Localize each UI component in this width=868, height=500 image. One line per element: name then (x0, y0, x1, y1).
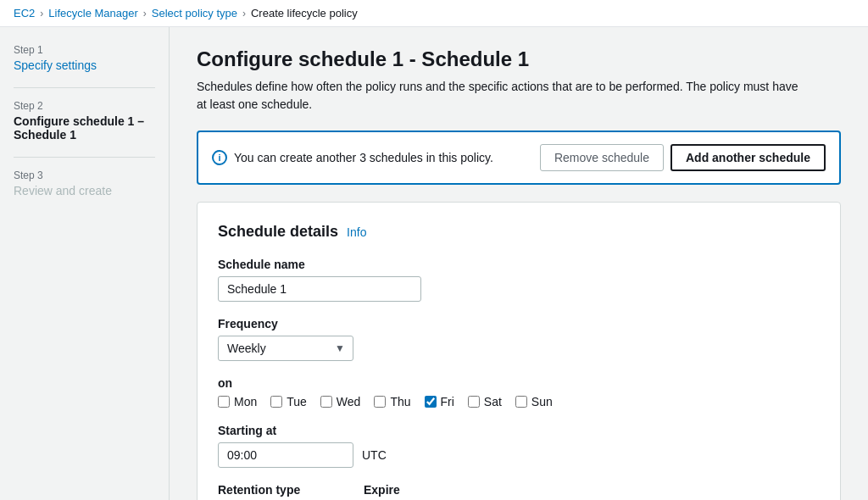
retention-type-label: Retention type (218, 483, 353, 497)
day-tue[interactable]: Tue (270, 395, 307, 408)
days-field: on Mon Tue Wed (218, 376, 820, 408)
day-sat-label: Sat (484, 395, 502, 408)
main-content: Configure schedule 1 - Schedule 1 Schedu… (170, 27, 868, 500)
page-description: Schedules define how often the policy ru… (197, 78, 807, 114)
day-sat[interactable]: Sat (468, 395, 502, 408)
info-banner: i You can create another 3 schedules in … (197, 131, 841, 185)
info-banner-actions: Remove schedule Add another schedule (540, 144, 826, 171)
checkbox-fri[interactable] (425, 396, 437, 408)
sidebar-divider-2 (14, 157, 155, 158)
info-icon: i (212, 150, 227, 165)
sidebar-item-specify-settings[interactable]: Specify settings (14, 58, 97, 72)
sidebar-item-review: Review and create (14, 184, 112, 197)
retention-row: Retention type Age Count ▼ Expire (218, 483, 820, 500)
day-tue-label: Tue (287, 395, 307, 408)
info-link[interactable]: Info (347, 225, 366, 239)
step-2-label: Step 2 (14, 100, 155, 112)
breadcrumb-current: Create lifecycle policy (251, 7, 358, 19)
checkbox-mon[interactable] (218, 396, 230, 408)
add-another-schedule-button[interactable]: Add another schedule (670, 144, 826, 171)
retention-field: Retention type Age Count ▼ Expire (218, 483, 820, 500)
on-label: on (218, 376, 820, 390)
day-wed[interactable]: Wed (320, 395, 361, 408)
breadcrumb: EC2 › Lifecycle Manager › Select policy … (0, 0, 868, 27)
breadcrumb-sep-2: › (143, 8, 147, 19)
breadcrumb-sep-1: › (40, 8, 43, 19)
step-3-label: Step 3 (14, 169, 155, 181)
checkbox-thu[interactable] (374, 396, 386, 408)
checkbox-sun[interactable] (515, 396, 527, 408)
schedule-card: Schedule details Info Schedule name Freq… (197, 202, 841, 500)
starting-at-field: Starting at UTC (218, 424, 820, 468)
frequency-select[interactable]: Daily Weekly Monthly Yearly (218, 336, 353, 361)
frequency-field: Frequency Daily Weekly Monthly Yearly ▼ (218, 317, 820, 361)
expire-sub: Expire (364, 483, 482, 500)
sidebar-step-2: Step 2 Configure schedule 1 – Schedule 1 (14, 100, 155, 142)
schedule-name-field: Schedule name (218, 258, 820, 302)
day-wed-label: Wed (337, 395, 361, 408)
day-mon-label: Mon (234, 395, 257, 408)
sidebar-item-configure-schedule: Configure schedule 1 – Schedule 1 (14, 114, 144, 142)
frequency-label: Frequency (218, 317, 820, 331)
day-mon[interactable]: Mon (218, 395, 257, 408)
page-title: Configure schedule 1 - Schedule 1 (197, 47, 841, 71)
sidebar-step-3: Step 3 Review and create (14, 169, 155, 197)
day-fri-label: Fri (441, 395, 454, 408)
expire-unit-sub: days weeks months years ▼ (492, 483, 603, 500)
starting-at-input[interactable] (218, 442, 353, 468)
sidebar-divider-1 (14, 87, 155, 88)
day-sun-label: Sun (531, 395, 553, 408)
breadcrumb-sep-3: › (242, 8, 246, 19)
section-title: Schedule details (218, 223, 338, 241)
breadcrumb-ec2[interactable]: EC2 (14, 7, 35, 19)
sidebar-step-1: Step 1 Specify settings (14, 44, 155, 72)
day-sun[interactable]: Sun (515, 395, 553, 408)
day-fri[interactable]: Fri (425, 395, 454, 408)
expire-label: Expire (364, 483, 482, 497)
sidebar: Step 1 Specify settings Step 2 Configure… (0, 27, 170, 500)
remove-schedule-button[interactable]: Remove schedule (540, 144, 664, 171)
retention-type-sub: Retention type Age Count ▼ (218, 483, 353, 500)
day-thu-label: Thu (390, 395, 410, 408)
utc-label: UTC (362, 448, 387, 462)
day-thu[interactable]: Thu (374, 395, 410, 408)
days-row: Mon Tue Wed Thu (218, 395, 820, 408)
section-header: Schedule details Info (218, 223, 820, 241)
expire-unit-label (492, 483, 603, 497)
schedule-name-input[interactable] (218, 276, 421, 302)
info-banner-message: You can create another 3 schedules in th… (234, 151, 493, 164)
info-banner-left: i You can create another 3 schedules in … (212, 150, 493, 165)
breadcrumb-select-policy[interactable]: Select policy type (152, 7, 237, 19)
checkbox-sat[interactable] (468, 396, 480, 408)
time-row: UTC (218, 442, 820, 468)
step-1-label: Step 1 (14, 44, 155, 56)
checkbox-wed[interactable] (320, 396, 332, 408)
checkbox-tue[interactable] (270, 396, 282, 408)
starting-at-label: Starting at (218, 424, 820, 437)
breadcrumb-lifecycle-manager[interactable]: Lifecycle Manager (48, 7, 138, 19)
frequency-select-wrapper: Daily Weekly Monthly Yearly ▼ (218, 336, 353, 361)
schedule-name-label: Schedule name (218, 258, 820, 271)
